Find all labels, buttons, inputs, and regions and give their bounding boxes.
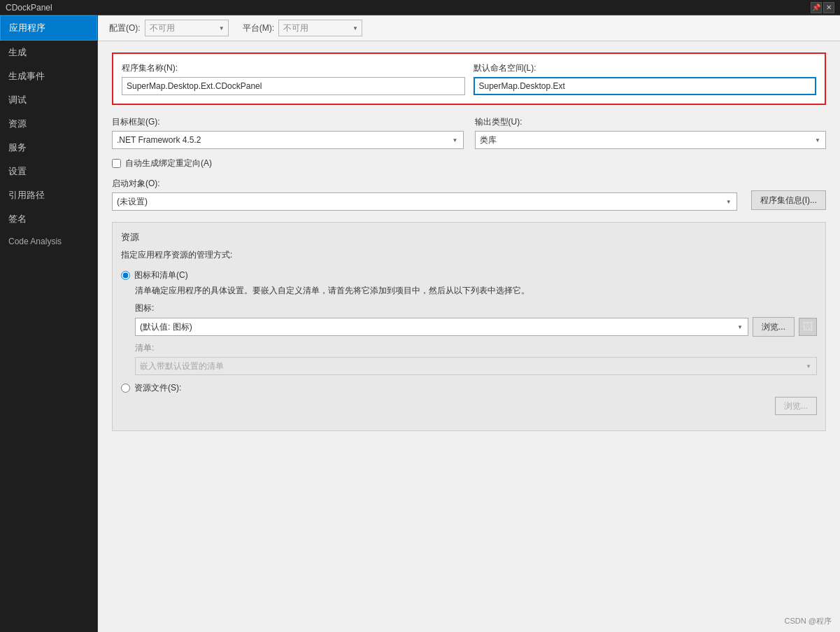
sidebar-item-services[interactable]: 服务 <box>0 136 97 160</box>
resources-title: 资源 <box>121 231 817 244</box>
startup-select[interactable]: (未设置) <box>112 192 737 211</box>
startup-object-label: 启动对象(O): <box>112 178 737 190</box>
assembly-info-button[interactable]: 程序集信息(I)... <box>751 190 826 210</box>
default-namespace-group: 默认命名空间(L): <box>474 62 817 95</box>
radio-resource-file[interactable] <box>121 384 130 393</box>
output-type-select[interactable]: 类库 <box>475 131 827 149</box>
config-item-config: 配置(O): 不可用 <box>109 20 229 36</box>
content-area: 配置(O): 不可用 平台(M): 不可用 <box>98 15 840 632</box>
icon-row: (默认值: 图标) 浏览... 🖼 <box>135 317 817 337</box>
target-framework-select[interactable]: .NET Framework 4.5.2 <box>112 131 464 149</box>
output-type-select-wrapper: 类库 <box>475 131 827 149</box>
framework-output-row: 目标框架(G): .NET Framework 4.5.2 输出类型(U): 类… <box>112 116 826 149</box>
icon-preview: 🖼 <box>799 318 817 336</box>
title-bar-left: CDockPanel <box>6 3 52 13</box>
pin-button[interactable]: 📌 <box>811 2 822 13</box>
auto-binding-label: 自动生成绑定重定向(A) <box>125 157 212 169</box>
target-framework-select-wrapper: .NET Framework 4.5.2 <box>112 131 464 149</box>
sidebar-item-sign[interactable]: 签名 <box>0 207 97 231</box>
resources-desc: 指定应用程序资源的管理方式: <box>121 249 817 261</box>
radio-resource-file-group: 资源文件(S): 浏览... <box>121 382 817 415</box>
config-label: 配置(O): <box>109 22 141 34</box>
icon-label: 图标: <box>135 302 817 314</box>
manifest-select-wrapper: 嵌入带默认设置的清单 <box>135 357 817 375</box>
sidebar-item-resources[interactable]: 资源 <box>0 112 97 136</box>
sidebar: 应用程序 生成 生成事件 调试 资源 服务 设置 引用路径 签名 Code An… <box>0 15 98 632</box>
sidebar-item-build[interactable]: 生成 <box>0 41 97 64</box>
watermark: CSDN @程序 <box>785 616 832 626</box>
config-item-platform: 平台(M): 不可用 <box>243 20 362 36</box>
config-select[interactable]: 不可用 <box>145 20 229 36</box>
title-bar: CDockPanel 📌 ✕ <box>0 0 840 15</box>
assembly-name-input[interactable] <box>122 77 465 95</box>
config-bar: 配置(O): 不可用 平台(M): 不可用 <box>98 15 840 41</box>
title-bar-controls: 📌 ✕ <box>811 2 834 13</box>
sidebar-item-settings[interactable]: 设置 <box>0 160 97 183</box>
target-framework-group: 目标框架(G): .NET Framework 4.5.2 <box>112 116 464 149</box>
sidebar-item-build-events[interactable]: 生成事件 <box>0 64 97 88</box>
icon-select[interactable]: (默认值: 图标) <box>135 318 748 336</box>
auto-binding-checkbox[interactable] <box>112 159 121 168</box>
resource-file-browse-button[interactable]: 浏览... <box>775 397 817 415</box>
startup-select-wrapper: (未设置) <box>112 192 737 211</box>
radio-icon-manifest-label[interactable]: 图标和清单(C) <box>121 269 817 281</box>
assembly-name-group: 程序集名称(N): <box>122 62 465 95</box>
close-button[interactable]: ✕ <box>823 2 834 13</box>
platform-select-wrapper: 不可用 <box>278 20 362 36</box>
main-layout: 应用程序 生成 生成事件 调试 资源 服务 设置 引用路径 签名 Code An… <box>0 15 840 632</box>
default-namespace-input[interactable] <box>474 77 817 95</box>
radio-icon-manifest-group: 图标和清单(C) 清单确定应用程序的具体设置。要嵌入自定义清单，请首先将它添加到… <box>121 269 817 375</box>
output-type-label: 输出类型(U): <box>475 116 827 128</box>
target-framework-label: 目标框架(G): <box>112 116 464 128</box>
default-namespace-label: 默认命名空间(L): <box>474 62 817 74</box>
manifest-label: 清单: <box>135 342 817 354</box>
manifest-select[interactable]: 嵌入带默认设置的清单 <box>135 357 817 375</box>
content-main: 程序集名称(N): 默认命名空间(L): 目标框架(G): .NET Frame… <box>98 41 840 632</box>
startup-group: 启动对象(O): (未设置) <box>112 178 737 211</box>
sidebar-item-ref-paths[interactable]: 引用路径 <box>0 183 97 207</box>
sidebar-item-app[interactable]: 应用程序 <box>0 15 97 41</box>
radio-resource-file-label[interactable]: 资源文件(S): <box>121 382 817 394</box>
icon-select-wrapper: (默认值: 图标) <box>135 318 748 336</box>
icon-browse-button[interactable]: 浏览... <box>753 317 795 337</box>
radio-icon-manifest-desc: 清单确定应用程序的具体设置。要嵌入自定义清单，请首先将它添加到项目中，然后从以下… <box>135 284 817 297</box>
config-select-wrapper: 不可用 <box>145 20 229 36</box>
startup-row: 启动对象(O): (未设置) 程序集信息(I)... <box>112 178 826 211</box>
assembly-name-label: 程序集名称(N): <box>122 62 465 74</box>
sidebar-item-code-analysis[interactable]: Code Analysis <box>0 231 97 252</box>
sidebar-item-debug[interactable]: 调试 <box>0 88 97 112</box>
output-type-group: 输出类型(U): 类库 <box>475 116 827 149</box>
auto-binding-row: 自动生成绑定重定向(A) <box>112 157 826 169</box>
radio-icon-manifest[interactable] <box>121 271 130 280</box>
platform-label: 平台(M): <box>243 22 274 34</box>
startup-right: 程序集信息(I)... <box>751 178 826 210</box>
platform-select[interactable]: 不可用 <box>278 20 362 36</box>
title-bar-title: CDockPanel <box>6 3 52 13</box>
highlighted-section: 程序集名称(N): 默认命名空间(L): <box>112 52 826 105</box>
resources-section: 资源 指定应用程序资源的管理方式: 图标和清单(C) 清单确定应用程序的具体设置… <box>112 222 826 431</box>
